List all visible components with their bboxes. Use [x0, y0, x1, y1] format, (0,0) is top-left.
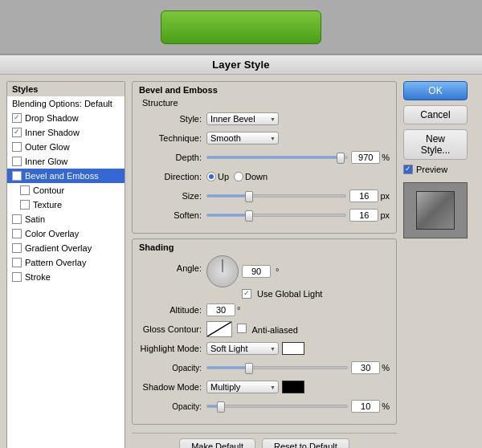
gloss-contour-preview[interactable] [206, 321, 232, 337]
outer-glow-checkbox[interactable] [12, 142, 22, 152]
style-select-wrapper[interactable]: Inner Bevel [206, 112, 279, 125]
direction-up-item[interactable]: Up [206, 172, 229, 181]
depth-slider-handle[interactable] [337, 153, 345, 164]
sidebar-item-inner-glow[interactable]: Inner Glow [7, 154, 125, 169]
direction-row: Direction: Up Down [139, 169, 390, 185]
preview-inner [416, 191, 455, 230]
sidebar-item-pattern-overlay[interactable]: Pattern Overlay [7, 255, 125, 270]
inner-shadow-checkbox[interactable] [12, 128, 22, 137]
highlight-select-wrapper[interactable]: Soft Light [206, 342, 279, 355]
pattern-overlay-label: Pattern Overlay [25, 258, 86, 267]
style-select[interactable]: Inner Bevel [206, 112, 279, 125]
angle-line [223, 259, 223, 272]
cancel-button[interactable]: Cancel [403, 105, 468, 124]
highlight-opacity-label: Opacity: [139, 364, 202, 373]
highlight-opacity-input[interactable] [351, 361, 380, 374]
satin-label: Satin [25, 214, 45, 224]
color-overlay-checkbox[interactable] [12, 229, 22, 238]
highlight-opacity-unit: % [382, 363, 390, 373]
size-slider[interactable] [206, 194, 346, 198]
bevel-emboss-label: Bevel and Emboss [25, 171, 99, 181]
sidebar-item-drop-shadow[interactable]: Drop Shadow [7, 111, 125, 125]
sidebar-item-texture[interactable]: Texture [7, 198, 125, 212]
satin-checkbox[interactable] [12, 214, 22, 224]
direction-label: Direction: [139, 172, 202, 181]
soften-slider-handle[interactable] [245, 210, 253, 222]
green-button-preview [161, 10, 321, 44]
style-row: Style: Inner Bevel [139, 111, 390, 127]
use-global-light-checkbox[interactable] [242, 289, 251, 299]
shadow-opacity-handle[interactable] [217, 401, 225, 413]
highlight-opacity-handle[interactable] [245, 363, 253, 374]
shadow-mode-row: Shadow Mode: Multiply [139, 379, 390, 395]
texture-checkbox[interactable] [20, 200, 30, 210]
technique-select-wrapper[interactable]: Smooth [206, 132, 279, 145]
highlight-opacity-slider-row [206, 366, 348, 369]
direction-down-item[interactable]: Down [234, 172, 268, 181]
depth-unit: % [382, 153, 390, 162]
sidebar-item-contour[interactable]: Contour [7, 183, 125, 198]
sidebar-item-outer-glow[interactable]: Outer Glow [7, 140, 125, 154]
shading-legend: Shading [139, 242, 390, 252]
direction-down-radio[interactable] [234, 172, 243, 181]
sidebar-item-bevel-emboss[interactable]: Bevel and Emboss [7, 169, 125, 183]
depth-slider[interactable] [206, 156, 348, 159]
angle-dial[interactable] [206, 255, 239, 287]
sidebar-item-gradient-overlay[interactable]: Gradient Overlay [7, 241, 125, 255]
shadow-opacity-input[interactable] [351, 400, 380, 413]
shadow-select-wrapper[interactable]: Multiply [206, 381, 279, 393]
soften-unit: px [380, 210, 390, 220]
shadow-color-swatch[interactable] [282, 381, 304, 393]
size-row: Size: px [139, 188, 390, 204]
angle-input[interactable] [242, 265, 271, 278]
altitude-input[interactable] [206, 303, 235, 316]
right-panel: OK Cancel New Style... Preview [403, 81, 476, 448]
soften-slider-row [206, 214, 346, 217]
drop-shadow-checkbox[interactable] [12, 113, 22, 123]
new-style-button[interactable]: New Style... [403, 129, 468, 160]
preview-box [403, 182, 468, 238]
texture-label: Texture [33, 200, 62, 210]
shadow-mode-label: Shadow Mode: [139, 382, 202, 392]
ok-button[interactable]: OK [403, 81, 468, 100]
drop-shadow-label: Drop Shadow [25, 113, 79, 123]
preview-checkbox[interactable] [403, 165, 413, 174]
inner-glow-checkbox[interactable] [12, 157, 22, 166]
soften-slider[interactable] [206, 214, 346, 217]
bevel-emboss-checkbox[interactable] [12, 171, 22, 181]
reset-to-default-button[interactable]: Reset to Default [262, 438, 349, 448]
style-label: Style: [139, 114, 202, 124]
contour-label: Contour [33, 185, 64, 195]
dialog-titlebar: Layer Style [0, 55, 482, 75]
sidebar-item-blending[interactable]: Blending Options: Default [7, 96, 125, 111]
stroke-checkbox[interactable] [12, 272, 22, 282]
anti-aliased-checkbox[interactable] [237, 324, 247, 333]
size-unit: px [380, 191, 390, 201]
highlight-mode-row: Highlight Mode: Soft Light [139, 340, 390, 356]
soften-input[interactable] [349, 209, 378, 222]
highlight-select[interactable]: Soft Light [206, 342, 279, 355]
pattern-overlay-checkbox[interactable] [12, 258, 22, 267]
sidebar-item-color-overlay[interactable]: Color Overlay [7, 226, 125, 241]
shadow-select[interactable]: Multiply [206, 381, 279, 393]
anti-aliased-checkbox-wrapper: Anti-aliased [237, 324, 298, 335]
depth-input[interactable] [351, 151, 380, 164]
shadow-opacity-slider[interactable] [206, 405, 348, 408]
highlight-color-swatch[interactable] [282, 342, 304, 355]
contour-checkbox[interactable] [20, 185, 30, 195]
make-default-button[interactable]: Make Default [179, 438, 255, 448]
sidebar-item-stroke[interactable]: Stroke [7, 270, 125, 284]
inner-shadow-label: Inner Shadow [25, 128, 80, 137]
preview-label-text: Preview [416, 165, 447, 174]
sidebar: Styles Blending Options: Default Drop Sh… [6, 81, 125, 448]
sidebar-item-inner-shadow[interactable]: Inner Shadow [7, 125, 125, 140]
direction-up-radio[interactable] [206, 172, 216, 181]
sidebar-item-satin[interactable]: Satin [7, 212, 125, 226]
technique-select[interactable]: Smooth [206, 132, 279, 145]
use-global-light-label: Use Global Light [257, 289, 322, 299]
highlight-opacity-slider[interactable] [206, 366, 348, 369]
size-slider-handle[interactable] [245, 191, 253, 202]
size-slider-row [206, 194, 346, 198]
size-input[interactable] [349, 189, 378, 202]
gradient-overlay-checkbox[interactable] [12, 243, 22, 253]
